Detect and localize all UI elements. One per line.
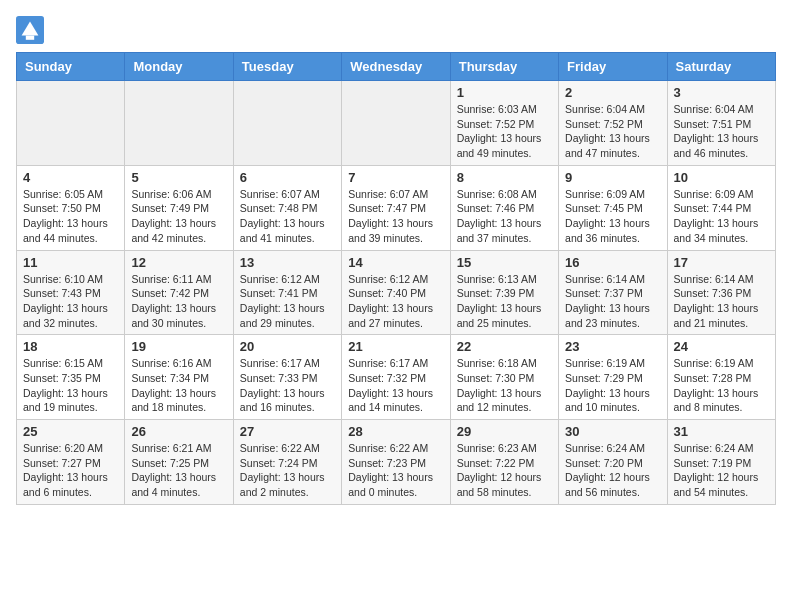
day-number: 15 [457, 255, 552, 270]
day-info: Sunrise: 6:14 AM Sunset: 7:36 PM Dayligh… [674, 272, 769, 331]
day-header-saturday: Saturday [667, 53, 775, 81]
day-info: Sunrise: 6:04 AM Sunset: 7:51 PM Dayligh… [674, 102, 769, 161]
day-header-monday: Monday [125, 53, 233, 81]
calendar-cell [125, 81, 233, 166]
week-row-4: 18Sunrise: 6:15 AM Sunset: 7:35 PM Dayli… [17, 335, 776, 420]
page-header [16, 16, 776, 44]
day-info: Sunrise: 6:07 AM Sunset: 7:48 PM Dayligh… [240, 187, 335, 246]
week-row-3: 11Sunrise: 6:10 AM Sunset: 7:43 PM Dayli… [17, 250, 776, 335]
day-info: Sunrise: 6:11 AM Sunset: 7:42 PM Dayligh… [131, 272, 226, 331]
day-number: 30 [565, 424, 660, 439]
day-number: 10 [674, 170, 769, 185]
day-number: 3 [674, 85, 769, 100]
calendar-cell: 20Sunrise: 6:17 AM Sunset: 7:33 PM Dayli… [233, 335, 341, 420]
day-info: Sunrise: 6:05 AM Sunset: 7:50 PM Dayligh… [23, 187, 118, 246]
day-number: 28 [348, 424, 443, 439]
day-info: Sunrise: 6:17 AM Sunset: 7:32 PM Dayligh… [348, 356, 443, 415]
day-number: 11 [23, 255, 118, 270]
day-number: 27 [240, 424, 335, 439]
calendar-cell [342, 81, 450, 166]
day-info: Sunrise: 6:10 AM Sunset: 7:43 PM Dayligh… [23, 272, 118, 331]
day-info: Sunrise: 6:21 AM Sunset: 7:25 PM Dayligh… [131, 441, 226, 500]
calendar-cell: 21Sunrise: 6:17 AM Sunset: 7:32 PM Dayli… [342, 335, 450, 420]
day-info: Sunrise: 6:04 AM Sunset: 7:52 PM Dayligh… [565, 102, 660, 161]
day-info: Sunrise: 6:06 AM Sunset: 7:49 PM Dayligh… [131, 187, 226, 246]
day-number: 2 [565, 85, 660, 100]
calendar-cell: 16Sunrise: 6:14 AM Sunset: 7:37 PM Dayli… [559, 250, 667, 335]
day-number: 4 [23, 170, 118, 185]
day-info: Sunrise: 6:24 AM Sunset: 7:19 PM Dayligh… [674, 441, 769, 500]
calendar-cell: 6Sunrise: 6:07 AM Sunset: 7:48 PM Daylig… [233, 165, 341, 250]
day-number: 13 [240, 255, 335, 270]
calendar-cell: 13Sunrise: 6:12 AM Sunset: 7:41 PM Dayli… [233, 250, 341, 335]
day-info: Sunrise: 6:13 AM Sunset: 7:39 PM Dayligh… [457, 272, 552, 331]
day-header-sunday: Sunday [17, 53, 125, 81]
day-info: Sunrise: 6:12 AM Sunset: 7:40 PM Dayligh… [348, 272, 443, 331]
day-info: Sunrise: 6:15 AM Sunset: 7:35 PM Dayligh… [23, 356, 118, 415]
calendar-cell: 30Sunrise: 6:24 AM Sunset: 7:20 PM Dayli… [559, 420, 667, 505]
svg-rect-2 [26, 36, 34, 40]
week-row-5: 25Sunrise: 6:20 AM Sunset: 7:27 PM Dayli… [17, 420, 776, 505]
calendar-cell: 28Sunrise: 6:22 AM Sunset: 7:23 PM Dayli… [342, 420, 450, 505]
day-header-tuesday: Tuesday [233, 53, 341, 81]
day-number: 1 [457, 85, 552, 100]
day-number: 14 [348, 255, 443, 270]
calendar-cell: 22Sunrise: 6:18 AM Sunset: 7:30 PM Dayli… [450, 335, 558, 420]
day-number: 8 [457, 170, 552, 185]
calendar-cell: 2Sunrise: 6:04 AM Sunset: 7:52 PM Daylig… [559, 81, 667, 166]
day-number: 16 [565, 255, 660, 270]
day-number: 12 [131, 255, 226, 270]
calendar-cell: 31Sunrise: 6:24 AM Sunset: 7:19 PM Dayli… [667, 420, 775, 505]
day-number: 31 [674, 424, 769, 439]
calendar-cell: 18Sunrise: 6:15 AM Sunset: 7:35 PM Dayli… [17, 335, 125, 420]
day-info: Sunrise: 6:18 AM Sunset: 7:30 PM Dayligh… [457, 356, 552, 415]
day-number: 6 [240, 170, 335, 185]
day-header-friday: Friday [559, 53, 667, 81]
calendar-cell: 17Sunrise: 6:14 AM Sunset: 7:36 PM Dayli… [667, 250, 775, 335]
day-number: 26 [131, 424, 226, 439]
day-info: Sunrise: 6:09 AM Sunset: 7:45 PM Dayligh… [565, 187, 660, 246]
day-info: Sunrise: 6:03 AM Sunset: 7:52 PM Dayligh… [457, 102, 552, 161]
day-number: 20 [240, 339, 335, 354]
day-info: Sunrise: 6:24 AM Sunset: 7:20 PM Dayligh… [565, 441, 660, 500]
days-header-row: SundayMondayTuesdayWednesdayThursdayFrid… [17, 53, 776, 81]
calendar-cell: 3Sunrise: 6:04 AM Sunset: 7:51 PM Daylig… [667, 81, 775, 166]
day-info: Sunrise: 6:16 AM Sunset: 7:34 PM Dayligh… [131, 356, 226, 415]
day-number: 25 [23, 424, 118, 439]
calendar-cell: 14Sunrise: 6:12 AM Sunset: 7:40 PM Dayli… [342, 250, 450, 335]
day-info: Sunrise: 6:19 AM Sunset: 7:29 PM Dayligh… [565, 356, 660, 415]
calendar-cell: 19Sunrise: 6:16 AM Sunset: 7:34 PM Dayli… [125, 335, 233, 420]
calendar-cell: 1Sunrise: 6:03 AM Sunset: 7:52 PM Daylig… [450, 81, 558, 166]
day-info: Sunrise: 6:07 AM Sunset: 7:47 PM Dayligh… [348, 187, 443, 246]
calendar-cell: 29Sunrise: 6:23 AM Sunset: 7:22 PM Dayli… [450, 420, 558, 505]
day-info: Sunrise: 6:19 AM Sunset: 7:28 PM Dayligh… [674, 356, 769, 415]
calendar-cell: 4Sunrise: 6:05 AM Sunset: 7:50 PM Daylig… [17, 165, 125, 250]
calendar-cell: 10Sunrise: 6:09 AM Sunset: 7:44 PM Dayli… [667, 165, 775, 250]
day-number: 23 [565, 339, 660, 354]
day-info: Sunrise: 6:22 AM Sunset: 7:24 PM Dayligh… [240, 441, 335, 500]
calendar-cell: 27Sunrise: 6:22 AM Sunset: 7:24 PM Dayli… [233, 420, 341, 505]
calendar-cell: 9Sunrise: 6:09 AM Sunset: 7:45 PM Daylig… [559, 165, 667, 250]
calendar-table: SundayMondayTuesdayWednesdayThursdayFrid… [16, 52, 776, 505]
calendar-cell: 7Sunrise: 6:07 AM Sunset: 7:47 PM Daylig… [342, 165, 450, 250]
day-info: Sunrise: 6:14 AM Sunset: 7:37 PM Dayligh… [565, 272, 660, 331]
calendar-cell: 26Sunrise: 6:21 AM Sunset: 7:25 PM Dayli… [125, 420, 233, 505]
day-number: 17 [674, 255, 769, 270]
day-number: 19 [131, 339, 226, 354]
day-header-thursday: Thursday [450, 53, 558, 81]
calendar-cell: 8Sunrise: 6:08 AM Sunset: 7:46 PM Daylig… [450, 165, 558, 250]
day-number: 9 [565, 170, 660, 185]
day-number: 24 [674, 339, 769, 354]
day-number: 7 [348, 170, 443, 185]
calendar-cell: 12Sunrise: 6:11 AM Sunset: 7:42 PM Dayli… [125, 250, 233, 335]
calendar-cell [17, 81, 125, 166]
calendar-cell: 11Sunrise: 6:10 AM Sunset: 7:43 PM Dayli… [17, 250, 125, 335]
calendar-cell: 15Sunrise: 6:13 AM Sunset: 7:39 PM Dayli… [450, 250, 558, 335]
day-info: Sunrise: 6:17 AM Sunset: 7:33 PM Dayligh… [240, 356, 335, 415]
day-info: Sunrise: 6:22 AM Sunset: 7:23 PM Dayligh… [348, 441, 443, 500]
calendar-cell [233, 81, 341, 166]
calendar-cell: 25Sunrise: 6:20 AM Sunset: 7:27 PM Dayli… [17, 420, 125, 505]
day-number: 5 [131, 170, 226, 185]
calendar-cell: 23Sunrise: 6:19 AM Sunset: 7:29 PM Dayli… [559, 335, 667, 420]
day-header-wednesday: Wednesday [342, 53, 450, 81]
